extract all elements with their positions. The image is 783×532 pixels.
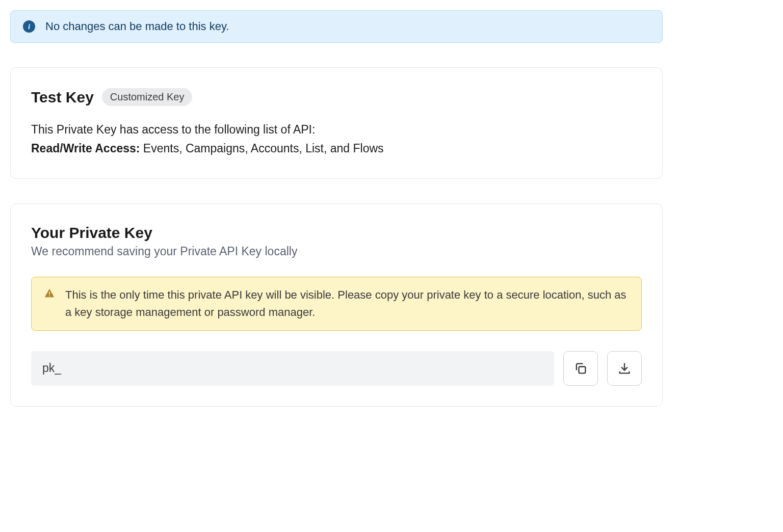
- key-prefix: pk_: [42, 361, 61, 375]
- svg-rect-1: [49, 295, 50, 296]
- warning-icon: [44, 288, 55, 299]
- warning-text: This is the only time this private API k…: [65, 286, 629, 321]
- access-label: Read/Write Access:: [31, 142, 140, 155]
- key-details-card: Test Key Customized Key This Private Key…: [10, 67, 663, 179]
- description-line1: This Private Key has access to the follo…: [31, 123, 315, 136]
- access-value: Events, Campaigns, Accounts, List, and F…: [140, 142, 383, 155]
- download-icon: [617, 361, 632, 376]
- key-type-badge: Customized Key: [102, 88, 193, 106]
- info-icon: i: [23, 20, 35, 33]
- info-banner-text: No changes can be made to this key.: [45, 20, 229, 33]
- key-row: pk_: [31, 351, 642, 386]
- info-banner: i No changes can be made to this key.: [10, 10, 663, 43]
- warning-banner: This is the only time this private API k…: [31, 277, 642, 331]
- private-key-card: Your Private Key We recommend saving you…: [10, 203, 663, 407]
- copy-button[interactable]: [563, 351, 598, 386]
- key-description: This Private Key has access to the follo…: [31, 120, 642, 158]
- key-masked: [62, 362, 327, 375]
- svg-rect-2: [579, 366, 586, 373]
- svg-rect-0: [49, 291, 50, 295]
- download-button[interactable]: [607, 351, 642, 386]
- copy-icon: [573, 361, 588, 376]
- private-key-subtitle: We recommend saving your Private API Key…: [31, 245, 642, 258]
- key-value-display: pk_: [31, 351, 554, 386]
- private-key-title: Your Private Key: [31, 224, 642, 242]
- key-title: Test Key: [31, 89, 94, 106]
